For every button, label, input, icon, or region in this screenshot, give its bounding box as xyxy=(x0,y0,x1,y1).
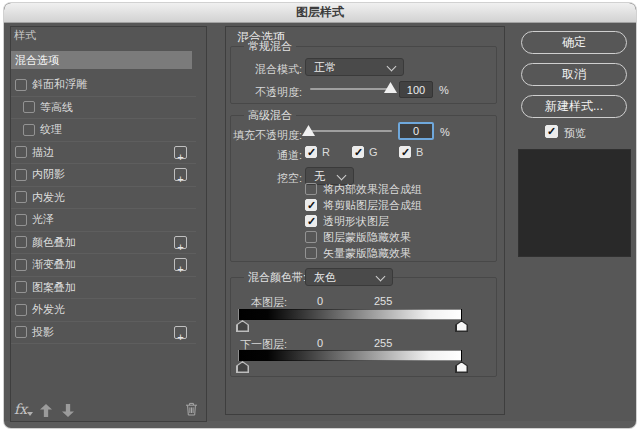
style-item-label: 纹理 xyxy=(40,122,62,137)
style-item-label: 等高线 xyxy=(40,100,73,115)
style-enable-checkbox[interactable] xyxy=(15,79,27,91)
style-enable-checkbox[interactable] xyxy=(15,259,27,271)
style-enable-checkbox[interactable] xyxy=(15,304,27,316)
new-style-button[interactable]: 新建样式... xyxy=(521,95,627,118)
channel-checkbox[interactable] xyxy=(305,146,317,158)
option-checkbox[interactable] xyxy=(305,215,317,227)
option-checkbox[interactable] xyxy=(305,183,317,195)
delete-effect-button[interactable] xyxy=(185,402,198,416)
blend-if-channel-select[interactable]: 灰色 xyxy=(305,268,393,286)
sidebar-item-blending-options[interactable]: 混合选项 xyxy=(11,51,192,69)
cancel-button[interactable]: 取消 xyxy=(521,63,627,86)
opacity-label: 不透明度: xyxy=(230,85,302,100)
sidebar-style-item[interactable]: 描边 xyxy=(11,142,196,165)
option-label: 将内部效果混合成组 xyxy=(323,182,422,197)
channel-checkbox[interactable] xyxy=(399,146,411,158)
style-item-label: 内发光 xyxy=(32,190,65,205)
channel-checkbox[interactable] xyxy=(352,146,364,158)
sidebar-style-item[interactable]: 渐变叠加 xyxy=(11,254,196,277)
this-layer-label: 本图层: xyxy=(230,295,287,310)
preview-checkbox[interactable] xyxy=(545,125,558,138)
option-label: 矢量蒙版隐藏效果 xyxy=(323,246,411,261)
option-checkbox[interactable] xyxy=(305,247,317,259)
add-effect-instance-button[interactable] xyxy=(174,236,187,249)
underlying-layer-min: 0 xyxy=(317,337,323,349)
underlying-layer-gradient-bar xyxy=(238,350,462,361)
style-enable-checkbox[interactable] xyxy=(15,214,27,226)
advanced-blend-option[interactable]: 矢量蒙版隐藏效果 xyxy=(305,245,422,261)
underlying-layer-max: 255 xyxy=(374,337,392,349)
style-enable-checkbox[interactable] xyxy=(15,146,27,158)
sidebar-style-item[interactable]: 光泽 xyxy=(11,209,196,232)
styles-list: 斜面和浮雕 等高线 纹理 描边 内阴影 内发光 光泽 颜色叠加 xyxy=(11,74,196,344)
sidebar-style-item[interactable]: 内阴影 xyxy=(11,164,196,187)
preview-label: 预览 xyxy=(564,126,586,141)
style-item-label: 投影 xyxy=(32,325,54,340)
style-item-label: 描边 xyxy=(32,145,54,160)
fill-opacity-percent-sign: % xyxy=(440,126,450,138)
channel-label: R xyxy=(322,146,330,158)
sidebar-style-item[interactable]: 颜色叠加 xyxy=(11,232,196,255)
option-label: 将剪贴图层混合成组 xyxy=(323,198,422,213)
style-item-label: 内阴影 xyxy=(32,167,65,182)
option-checkbox[interactable] xyxy=(305,231,317,243)
stage: 样式 混合选项 斜面和浮雕 等高线 纹理 描边 内阴影 内发光 光泽 颜 xyxy=(0,0,640,432)
style-item-label: 外发光 xyxy=(32,302,65,317)
blend-mode-select[interactable]: 正常 xyxy=(305,58,404,76)
ok-button[interactable]: 确定 xyxy=(521,31,627,54)
fill-opacity-label: 填充不透明度: xyxy=(226,128,302,143)
opacity-input[interactable]: 100 xyxy=(399,81,433,98)
style-enable-checkbox[interactable] xyxy=(15,191,27,203)
channel-option[interactable]: G xyxy=(352,146,399,158)
style-enable-checkbox[interactable] xyxy=(23,101,35,113)
this-layer-gradient-bar xyxy=(238,309,462,320)
add-effect-instance-button[interactable] xyxy=(174,168,187,181)
channel-label: B xyxy=(416,146,423,158)
blend-if-legend: 混合颜色带: xyxy=(244,271,310,283)
sidebar-style-item[interactable]: 内发光 xyxy=(11,187,196,210)
style-enable-checkbox[interactable] xyxy=(23,124,35,136)
style-enable-checkbox[interactable] xyxy=(15,281,27,293)
blend-mode-label: 混合模式: xyxy=(230,62,302,77)
sidebar-style-item[interactable]: 投影 xyxy=(11,322,196,345)
add-effect-instance-button[interactable] xyxy=(174,146,187,159)
sidebar-style-item[interactable]: 斜面和浮雕 xyxy=(11,74,196,97)
channels-label: 通道: xyxy=(230,148,302,163)
preview-swatch xyxy=(518,149,631,257)
this-layer-min: 0 xyxy=(317,295,323,307)
sidebar-style-item[interactable]: 等高线 xyxy=(11,97,196,120)
opacity-percent-sign: % xyxy=(439,84,449,96)
style-item-label: 斜面和浮雕 xyxy=(32,77,87,92)
opacity-slider-track[interactable] xyxy=(310,88,392,90)
fx-menu-button[interactable]: fx xyxy=(14,401,27,417)
channel-option[interactable]: R xyxy=(305,146,352,158)
chevron-down-icon xyxy=(337,171,347,181)
sidebar-style-item[interactable]: 外发光 xyxy=(11,299,196,322)
option-label: 图层蒙版隐藏效果 xyxy=(323,230,411,245)
blend-mode-value: 正常 xyxy=(314,60,336,75)
channel-label: G xyxy=(369,146,378,158)
advanced-blend-option[interactable]: 图层蒙版隐藏效果 xyxy=(305,229,422,245)
advanced-blend-option[interactable]: 将内部效果混合成组 xyxy=(305,181,422,197)
fill-opacity-input[interactable]: 0 xyxy=(398,122,434,140)
option-checkbox[interactable] xyxy=(305,199,317,211)
sidebar-style-item[interactable]: 图案叠加 xyxy=(11,277,196,300)
style-item-label: 颜色叠加 xyxy=(32,235,76,250)
advanced-blend-option[interactable]: 将剪贴图层混合成组 xyxy=(305,197,422,213)
style-item-label: 光泽 xyxy=(32,212,54,227)
advanced-options-list: 将内部效果混合成组 将剪贴图层混合成组 透明形状图层 图层蒙版隐藏效果 矢量蒙版… xyxy=(305,181,422,261)
style-enable-checkbox[interactable] xyxy=(15,236,27,248)
sidebar-style-item[interactable]: 纹理 xyxy=(11,119,196,142)
style-item-label: 图案叠加 xyxy=(32,280,76,295)
channel-option[interactable]: B xyxy=(399,146,446,158)
style-enable-checkbox[interactable] xyxy=(15,169,27,181)
style-enable-checkbox[interactable] xyxy=(15,326,27,338)
styles-header: 样式 xyxy=(14,28,36,43)
advanced-blend-option[interactable]: 透明形状图层 xyxy=(305,213,422,229)
add-effect-instance-button[interactable] xyxy=(174,258,187,271)
knockout-label: 挖空: xyxy=(230,171,302,186)
add-effect-instance-button[interactable] xyxy=(174,326,187,339)
channels-row: R G B xyxy=(305,146,446,158)
trash-icon xyxy=(185,402,198,416)
fill-opacity-slider-track[interactable] xyxy=(308,130,392,132)
